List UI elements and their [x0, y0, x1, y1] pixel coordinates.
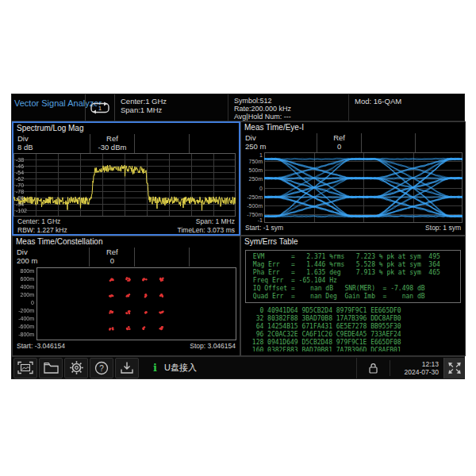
- screenshot-button[interactable]: [13, 358, 37, 378]
- diagonal-arrows-icon: [447, 362, 462, 374]
- footer-center: Center: 1 GHz: [17, 217, 67, 226]
- div-setting[interactable]: Div 250 m: [241, 133, 317, 152]
- continuous-sweep-icon[interactable]: 1: [85, 94, 115, 121]
- mod-type: Mod: 16-QAM: [355, 97, 401, 106]
- save-button[interactable]: [115, 358, 139, 378]
- spectrum-plot[interactable]: -38-46-54-62-70-78-86-94-102: [13, 153, 239, 217]
- symbol-rate: Rate:200.000 kHz: [234, 105, 348, 113]
- question-mark-icon: ?: [94, 361, 109, 375]
- freq-readout[interactable]: Center:1 GHz Span:1 MHz: [115, 94, 228, 121]
- constellation-footer: Start: -3.046154 Stop: 3.046154: [13, 341, 240, 351]
- usb-status-label: U盘接入: [164, 362, 197, 374]
- clock-readout[interactable]: 12:13 2024-07-30: [390, 360, 443, 376]
- info-icon: i: [153, 362, 157, 374]
- gear-icon: [69, 360, 84, 375]
- lock-button[interactable]: [356, 358, 390, 378]
- panel-spectrum[interactable]: Spectrum/Log Mag Div 8 dB Ref -30 dBm -3…: [12, 121, 240, 236]
- svg-text:1: 1: [98, 105, 102, 112]
- footer-span: Span: 1 MHz: [178, 217, 235, 226]
- symbol-hex-text: 0 40941D64 9D5CB2D4 8979F9C1 EE665DF0 32…: [248, 307, 461, 351]
- span-freq: Span:1 MHz: [121, 106, 228, 114]
- panel-sym-errs-table[interactable]: Sym/Errs Table EVM = 2.371 %rms 7.223 % …: [240, 236, 466, 356]
- settings-button[interactable]: [64, 358, 88, 378]
- footer-start: Start: -1 sym: [245, 224, 283, 232]
- usb-status: i U盘接入: [153, 362, 197, 374]
- panel-title: Meas Time/Eye-I: [241, 122, 465, 133]
- analyzer-screen: Vector Signal Analyzer 1 Center:1 GHz Sp…: [11, 94, 465, 379]
- header-bar: Vector Signal Analyzer 1 Center:1 GHz Sp…: [12, 94, 464, 121]
- div-setting[interactable]: Div 200 m: [13, 248, 90, 267]
- constellation-plot[interactable]: 800m600m400m200m0-200m-400m-600m-800m: [13, 267, 240, 341]
- panel-eye-i[interactable]: Meas Time/Eye-I Div 250 m Ref 0 1750m500…: [240, 121, 466, 236]
- spectrum-trace-canvas: [13, 153, 236, 217]
- help-button[interactable]: ?: [90, 358, 113, 378]
- panel-constellation[interactable]: Meas Time/Constellation Div 200 m Ref 0 …: [12, 236, 240, 356]
- footer-start: Start: -3.046154: [17, 342, 65, 351]
- eye-plot[interactable]: 1750m500m250m0-250m-500m-750m-1: [241, 152, 465, 223]
- footer-stop: Stop: 1 sym: [425, 224, 461, 232]
- modulation-readout[interactable]: Mod: 16-QAM: [348, 94, 464, 121]
- display-switch-button[interactable]: [443, 358, 464, 378]
- folder-icon: [44, 362, 59, 374]
- ref-setting[interactable]: Ref 0: [90, 248, 135, 267]
- panel-title: Spectrum/Log Mag: [13, 123, 239, 134]
- scale-params: Div 8 dB Ref -30 dBm: [13, 134, 239, 153]
- eye-trace-canvas: [264, 152, 463, 223]
- constellation-frame: [36, 267, 236, 340]
- svg-text:?: ?: [99, 363, 104, 372]
- symbol-count: Symbol:512: [234, 97, 348, 105]
- div-setting[interactable]: Div 8 dB: [13, 134, 90, 153]
- footer-rbw: RBW: 1.227 kHz: [17, 226, 67, 235]
- screenshot-icon: [17, 361, 33, 374]
- app-title: Vector Signal Analyzer: [12, 94, 85, 121]
- file-manager-button[interactable]: [39, 358, 63, 378]
- scale-params: Div 250 m Ref 0: [241, 133, 465, 152]
- error-summary-box: EVM = 2.371 %rms 7.223 % pk at sym 495 M…: [245, 250, 461, 303]
- error-summary-text: EVM = 2.371 %rms 7.223 % pk at sym 495 M…: [249, 253, 459, 301]
- symbol-hex-table[interactable]: 0 40941D64 9D5CB2D4 8979F9C1 EE665DF0 32…: [248, 307, 461, 351]
- ref-setting[interactable]: Ref -30 dBm: [90, 134, 136, 153]
- bottom-toolbar: ? i U盘接入 12:13 2024-07-30: [12, 356, 464, 378]
- eye-footer: Start: -1 sym Stop: 1 sym: [241, 223, 465, 232]
- spectrum-footer: Center: 1 GHz RBW: 1.227 kHz Span: 1 MHz…: [13, 217, 239, 234]
- scale-params: Div 200 m Ref 0: [13, 248, 240, 267]
- constellation-canvas: [37, 268, 236, 340]
- footer-stop: Stop: 3.046154: [190, 342, 236, 351]
- center-freq: Center:1 GHz: [121, 97, 228, 106]
- time: 12:13: [390, 360, 439, 368]
- ref-setting[interactable]: Ref 0: [317, 133, 362, 152]
- panel-title: Sym/Errs Table: [241, 236, 465, 248]
- measurement-grid: Spectrum/Log Mag Div 8 dB Ref -30 dBm -3…: [12, 121, 464, 356]
- panel-title: Meas Time/Constellation: [13, 236, 240, 248]
- lock-icon: [368, 363, 378, 374]
- symbol-readout[interactable]: Symbol:512 Rate:200.000 kHz Avg|Hold Num…: [228, 94, 348, 121]
- avg-hold-num: Avg|Hold Num: ---: [234, 113, 348, 121]
- footer-timelen: TimeLen: 3.073 ms: [178, 226, 235, 235]
- date: 2024-07-30: [390, 368, 439, 376]
- download-icon: [120, 361, 134, 374]
